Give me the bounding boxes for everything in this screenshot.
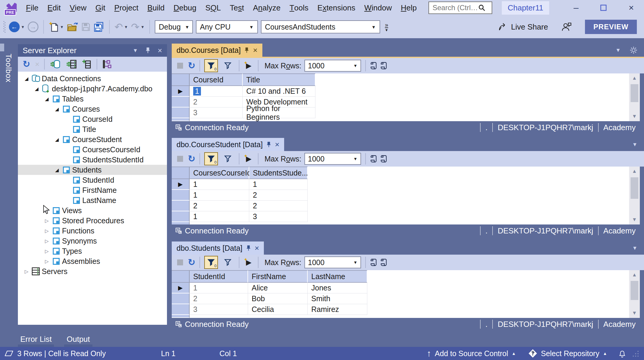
redo-dropdown-icon[interactable]: ▼ [141, 25, 145, 29]
tree-item-types[interactable]: ▷Types [18, 246, 167, 256]
tree-item-courses[interactable]: ◢Courses [18, 104, 167, 114]
filter-default-icon[interactable]: 0 [204, 152, 218, 165]
filter-icon[interactable] [221, 256, 235, 269]
grid-cell[interactable]: Python for Beginners [243, 107, 315, 118]
grid-cell[interactable]: C# 10 and .NET 6 [243, 86, 315, 97]
grid-cell[interactable]: Alice [248, 283, 308, 293]
filter-default-icon[interactable]: 0 [204, 256, 218, 269]
tree-item-lastname[interactable]: LastName [18, 195, 167, 205]
tree-item-coursescourseid[interactable]: CoursesCourseId [18, 144, 167, 155]
filter-icon[interactable] [221, 152, 235, 165]
column-header-firstname[interactable]: FirstName [248, 270, 308, 283]
menu-edit[interactable]: Edit [43, 0, 65, 16]
stop-refresh-icon[interactable]: × [35, 60, 39, 69]
expander-closed-icon[interactable]: ▷ [42, 259, 51, 264]
row-selector[interactable] [172, 201, 190, 211]
row-selector-header[interactable] [172, 270, 190, 283]
connect-to-server-icon[interactable] [66, 59, 77, 69]
filter-default-icon[interactable]: 0 [204, 59, 218, 72]
expander-closed-icon[interactable]: ▷ [42, 248, 51, 254]
grid-cell[interactable]: 2 [249, 190, 308, 201]
startup-project-combo[interactable]: CoursesAndStudents ▼ [261, 20, 380, 33]
tree-item-students[interactable]: ◢Students [18, 165, 167, 175]
grid-cell[interactable]: 2 [190, 293, 248, 304]
server-explorer-titlebar[interactable]: Server Explorer ▼ × [18, 44, 167, 57]
expander-closed-icon[interactable]: ▷ [42, 218, 51, 224]
scrollbar-thumb[interactable] [631, 281, 638, 300]
script-icon[interactable] [380, 62, 387, 70]
navigate-back-button[interactable]: ← ▼ [9, 21, 25, 32]
tree-item-servers[interactable]: ▷Servers [18, 266, 167, 276]
refresh-icon[interactable]: ↻ [188, 258, 195, 267]
menu-test[interactable]: Test [225, 0, 249, 16]
grid-cell[interactable]: Cecilia [248, 304, 308, 315]
save-button[interactable] [81, 22, 91, 32]
column-header-title[interactable]: Title [243, 73, 315, 86]
row-selector[interactable] [172, 97, 190, 107]
menu-debug[interactable]: Debug [169, 0, 201, 16]
menu-sql[interactable]: SQL [201, 0, 225, 16]
vertical-scrollbar[interactable]: ▲▼ [629, 73, 640, 121]
new-file-dropdown-icon[interactable]: ▼ [60, 25, 64, 29]
close-window-button[interactable]: × [628, 3, 634, 12]
stop-icon[interactable] [177, 156, 183, 162]
pin-icon[interactable] [246, 245, 251, 251]
bottom-tab-error-list[interactable]: Error List [17, 334, 55, 347]
document-tab[interactable]: dbo.Students [Data]× [172, 241, 264, 255]
grid-cell[interactable]: 1 [190, 179, 249, 190]
preview-button[interactable]: PREVIEW [585, 20, 637, 34]
navigate-forward-button[interactable]: → [28, 21, 38, 32]
save-all-button[interactable] [94, 22, 104, 32]
menu-tools[interactable]: Tools [285, 0, 313, 16]
scroll-up-icon[interactable]: ▲ [629, 270, 640, 280]
minimize-button[interactable]: – [574, 3, 579, 12]
row-selector[interactable] [172, 107, 190, 118]
select-repository-button[interactable]: Select Repository ▲ [528, 349, 607, 358]
tree-item-views[interactable]: ▷Views [18, 205, 167, 216]
grid-cell[interactable]: 1 [249, 179, 308, 190]
menu-view[interactable]: View [65, 0, 91, 16]
expander-open-icon[interactable]: ◢ [52, 137, 61, 142]
max-rows-combo[interactable]: 1000▼ [304, 60, 361, 72]
tree-item-synonyms[interactable]: ▷Synonyms [18, 236, 167, 246]
solution-platform-combo[interactable]: Any CPU ▼ [196, 20, 258, 33]
refresh-icon[interactable]: ↻ [188, 154, 195, 163]
grid-cell[interactable]: Bob [248, 293, 308, 304]
vertical-scrollbar[interactable]: ▲▼ [629, 270, 640, 318]
menu-analyze[interactable]: Analyze [248, 0, 285, 16]
open-file-button[interactable] [67, 22, 78, 32]
max-rows-combo[interactable]: 1000▼ [304, 256, 361, 268]
window-position-chevron-icon[interactable]: ▼ [133, 47, 138, 54]
unified-settings-icon[interactable] [102, 59, 112, 69]
chevron-down-icon[interactable]: ▼ [632, 245, 637, 251]
close-icon[interactable]: × [158, 46, 162, 55]
column-header-studentid[interactable]: StudentId [190, 270, 248, 283]
menu-git[interactable]: Git [91, 0, 110, 16]
script-icon[interactable] [380, 259, 387, 266]
add-connection-icon[interactable] [82, 59, 92, 69]
menu-help[interactable]: Help [396, 0, 421, 16]
column-header-lastname[interactable]: LastName [308, 270, 367, 283]
scroll-down-icon[interactable]: ▼ [629, 112, 640, 121]
expander-closed-icon[interactable]: ▷ [42, 228, 51, 234]
grid-cell[interactable]: 3 [190, 304, 248, 315]
script-icon[interactable] [370, 62, 377, 70]
undo-button[interactable]: ↶ ▼ [114, 22, 128, 32]
max-rows-combo[interactable]: 1000▼ [304, 153, 361, 165]
row-selector[interactable]: ▶ [172, 179, 190, 190]
close-icon[interactable]: × [275, 141, 279, 148]
launch-profile-badge[interactable]: Chapter11 [502, 1, 549, 15]
tree-item-studentid[interactable]: StudentId [18, 175, 167, 185]
search-box[interactable] [428, 1, 492, 14]
grid-cell[interactable]: 2 [249, 201, 308, 211]
refresh-icon[interactable]: ↻ [23, 60, 30, 69]
grid-cell[interactable]: 1 [190, 283, 248, 293]
menu-extensions[interactable]: Extensions [313, 0, 360, 16]
column-header-coursescourseid[interactable]: CoursesCourseId [190, 167, 249, 179]
tree-item-coursestudent[interactable]: ◢CourseStudent [18, 134, 167, 144]
toolbar-overflow-button[interactable]: » ▼ [385, 22, 388, 32]
tree-item-assemblies[interactable]: ▷Assemblies [18, 256, 167, 266]
tree-item-stored-procedures[interactable]: ▷Stored Procedures [18, 216, 167, 226]
grid-cell[interactable]: 2 [190, 201, 249, 211]
run-with-options-icon[interactable]: ▶✦ [244, 61, 254, 71]
